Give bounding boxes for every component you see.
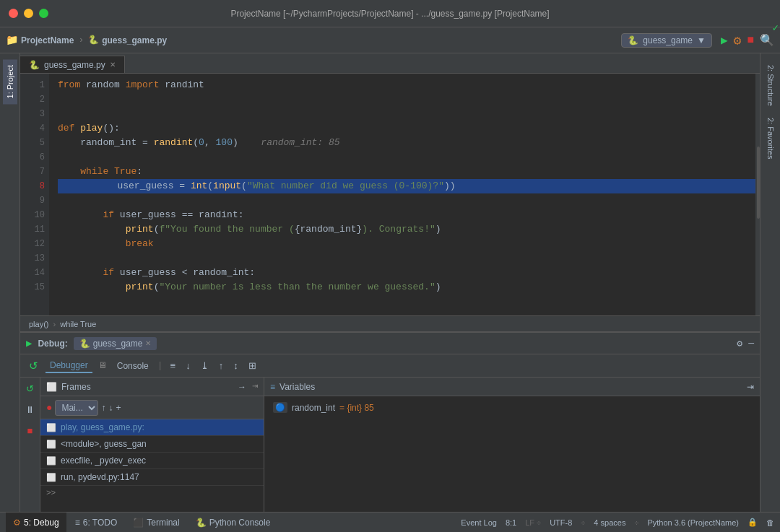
variable-list: 🔵 random_int = {int} 85: [264, 396, 760, 512]
thread-up-btn[interactable]: ↑: [101, 403, 105, 413]
code-line-3: [58, 107, 760, 121]
ln-12: 12: [20, 237, 45, 251]
status-bottom-tabs: ⚙ 5: Debug ≡ 6: TODO ⬛ Terminal 🐍 Python…: [6, 513, 458, 533]
stop-button[interactable]: ■: [747, 34, 754, 47]
code-content[interactable]: from random import randint def play(): r…: [49, 74, 760, 315]
tab-python-console[interactable]: 🐍 Python Console: [188, 513, 278, 533]
tab-debug[interactable]: ⚙ 5: Debug: [6, 513, 66, 533]
frame-item-3[interactable]: ⬜ run, pydevd.py:1147: [40, 469, 264, 486]
run-config-dropdown-icon: ▼: [697, 35, 706, 45]
ln-7: 7: [20, 165, 45, 179]
sidebar-item-project[interactable]: 1: Project: [3, 59, 17, 104]
console-tab[interactable]: Console: [113, 359, 153, 372]
step-out-button[interactable]: ↑: [216, 359, 227, 372]
debug-minimize-icon[interactable]: —: [748, 338, 754, 349]
todo-tab-label: 6: TODO: [83, 518, 118, 528]
todo-tab-icon: ≡: [75, 518, 80, 528]
code-editor[interactable]: 1 2 3 4 5 6 7 8 9 10 11 12 13 14 15: [20, 74, 760, 315]
close-button[interactable]: [9, 9, 18, 18]
frame-item-2[interactable]: ⬜ execfile, _pydev_exec: [40, 453, 264, 469]
file-tab-guess-game[interactable]: 🐍 guess_game.py ✕: [20, 56, 125, 73]
file-tab-name: guess_game.py: [44, 60, 105, 70]
variables-panel: ≡ Variables ⇥ 🔵 random_int = {int} 85: [264, 378, 760, 512]
ln-9: 9: [20, 193, 45, 208]
file-tab-close[interactable]: ✕: [110, 61, 116, 69]
ln-2: 2: [20, 92, 45, 107]
frame-item-1[interactable]: ⬜ <module>, guess_gan: [40, 436, 264, 453]
variables-expand-icon[interactable]: ⇥: [747, 382, 754, 392]
run-to-cursor-button[interactable]: ↕: [230, 359, 241, 372]
ln-11: 11: [20, 222, 45, 237]
event-log-link[interactable]: Event Log: [461, 518, 497, 527]
breadcrumb-sep: ›: [53, 320, 56, 328]
run-config-icon: 🐍: [628, 35, 638, 45]
debug-button[interactable]: ⚙: [734, 32, 742, 48]
code-line-7: while True:: [58, 165, 760, 179]
status-bar: ⚙ 5: Debug ≡ 6: TODO ⬛ Terminal 🐍 Python…: [0, 512, 780, 532]
frame-icon-3: ⬜: [46, 473, 56, 482]
frames-action-1[interactable]: →: [238, 382, 246, 392]
code-line-12: break: [58, 237, 760, 251]
debugger-tab[interactable]: Debugger: [46, 359, 92, 373]
debug-bottom-layout: ↺ ⏸ ■ ⬜ Frames → ⇥: [20, 378, 760, 512]
status-position: 8:1: [506, 518, 516, 527]
thread-down-btn[interactable]: ↓: [108, 403, 113, 413]
breadcrumb-file[interactable]: guess_game.py: [102, 35, 167, 45]
ln-1: 1: [20, 78, 45, 92]
run-configuration[interactable]: 🐍 guess_game ▼: [621, 33, 712, 48]
search-button[interactable]: 🔍: [760, 33, 774, 48]
scroll-indicator: [755, 74, 760, 315]
debug-toolbar: ↺ Debugger 🖥 Console | ≡ ↓ ⤓ ↑ ↕ ⊞: [20, 354, 760, 378]
thread-add-btn[interactable]: +: [116, 403, 121, 413]
frames-panel: ⬜ Frames → ⇥ ● Mai... ↑: [40, 378, 264, 512]
frame-item-0[interactable]: ⬜ play, guess_game.py:: [40, 419, 264, 436]
frame-icon-0: ⬜: [46, 423, 56, 432]
tab-terminal[interactable]: ⬛ Terminal: [126, 513, 186, 533]
sidebar-item-structure[interactable]: 2: Structure: [763, 59, 778, 112]
toolbar-sep1: |: [157, 360, 163, 371]
tab-todo[interactable]: ≡ 6: TODO: [68, 513, 125, 533]
variable-item-random-int[interactable]: 🔵 random_int = {int} 85: [264, 399, 760, 416]
frame-name-2: execfile, _pydev_exec: [61, 455, 146, 466]
ln-14: 14: [20, 266, 45, 280]
frame-list: ⬜ play, guess_game.py: ⬜ <module>, guess…: [40, 419, 264, 512]
debug-tab[interactable]: 🐍 guess_game ✕: [74, 337, 157, 350]
frames-header: ⬜ Frames → ⇥: [40, 378, 264, 396]
breadcrumb-project[interactable]: ProjectName: [21, 35, 74, 45]
thread-dropdown[interactable]: Mai...: [55, 400, 98, 416]
maximize-button[interactable]: [39, 9, 48, 18]
debug-pause-strip-btn[interactable]: ⏸: [22, 401, 38, 418]
status-python-version: Python 3.6 (ProjectName): [647, 518, 739, 527]
debug-stop-strip-btn[interactable]: ■: [25, 422, 36, 439]
debug-resume-strip-btn[interactable]: ↺: [23, 380, 37, 397]
code-line-13: [58, 251, 760, 266]
file-icon: 🐍: [88, 35, 99, 45]
trash-icon[interactable]: 🗑: [766, 518, 774, 527]
code-line-14: if user_guess < random_int:: [58, 266, 760, 280]
window-controls[interactable]: [9, 9, 48, 18]
var-value-random-int: = {int} 85: [339, 403, 374, 413]
ln-15: 15: [20, 280, 45, 295]
ln-6: 6: [20, 150, 45, 165]
variables-label: Variables: [280, 382, 315, 392]
variables-header: ≡ Variables ⇥: [264, 378, 760, 396]
debug-tab-icon: 🐍: [79, 339, 90, 349]
code-line-5: random_int = randint(0, 100) random_int:…: [58, 136, 760, 150]
title-bar: ProjectName [~/PycharmProjects/ProjectNa…: [0, 0, 780, 27]
sidebar-item-favorites[interactable]: 2: Favorites: [763, 112, 778, 165]
evaluate-button[interactable]: ⊞: [246, 359, 259, 372]
debug-tab-close[interactable]: ✕: [145, 339, 151, 347]
run-button[interactable]: ▶: [721, 33, 728, 48]
status-sep1: LF ÷: [525, 518, 541, 527]
line-numbers: 1 2 3 4 5 6 7 8 9 10 11 12 13 14 15: [20, 74, 49, 315]
step-over-button[interactable]: ≡: [168, 359, 179, 372]
python-console-label: Python Console: [209, 518, 271, 528]
debug-settings-icon[interactable]: ⚙: [737, 338, 742, 349]
minimize-button[interactable]: [24, 9, 33, 18]
breadcrumb-func: play(): [29, 320, 49, 328]
resume-button[interactable]: ↺: [26, 358, 41, 374]
step-into-my-button[interactable]: ⤓: [198, 359, 212, 372]
ln-10: 10: [20, 208, 45, 222]
debug-left-strip: ↺ ⏸ ■: [20, 378, 40, 512]
step-into-button[interactable]: ↓: [183, 359, 194, 372]
